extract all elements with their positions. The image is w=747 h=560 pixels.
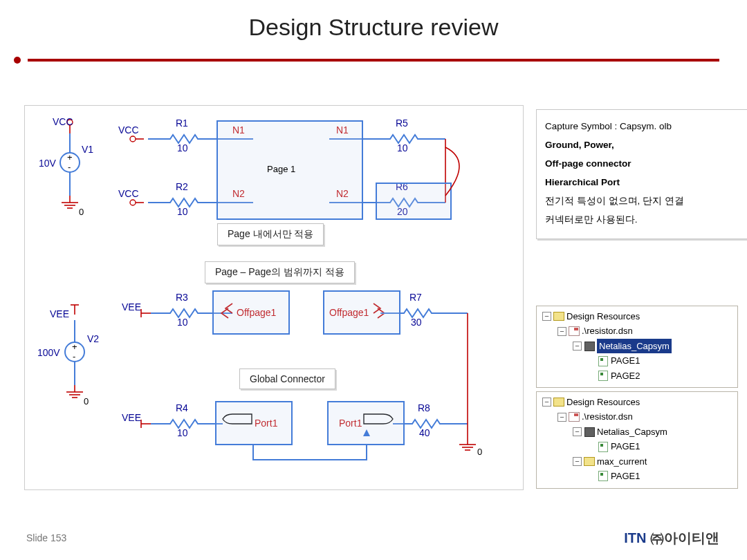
svg-text:Page 1: Page 1 <box>267 164 295 174</box>
expand-icon[interactable]: − <box>573 342 582 351</box>
folder-icon <box>584 457 595 466</box>
tree1-dsn[interactable]: .\resistor.dsn <box>582 324 633 338</box>
tree2-root[interactable]: Design Resources <box>566 395 640 409</box>
brand-korean: ㈜아이티앤 <box>650 530 719 545</box>
svg-text:0: 0 <box>84 396 89 407</box>
vee-source: VEE V2 100V 0 <box>37 305 99 407</box>
expand-icon[interactable]: − <box>573 457 582 466</box>
svg-text:40: 40 <box>419 427 430 438</box>
dsn-icon <box>569 326 580 336</box>
tree1-root[interactable]: Design Resources <box>566 309 640 324</box>
row-r3: VEE R3 10 Offpage1 Offpage1 R7 30 <box>122 292 461 328</box>
svg-text:0: 0 <box>79 207 84 217</box>
svg-text:VEE: VEE <box>122 301 141 312</box>
svg-rect-75 <box>328 402 404 445</box>
project-tree-1[interactable]: − Design Resources − .\resistor.dsn − Ne… <box>536 306 738 388</box>
svg-text:VEE: VEE <box>50 308 69 319</box>
callout-offpage: Page – Page의 범위까지 적용 <box>205 261 355 283</box>
info-line6: 커넥터로만 사용된다. <box>545 210 739 229</box>
folder-icon <box>553 398 564 407</box>
tree2-sch1[interactable]: Netalias_Capsym <box>597 424 667 439</box>
svg-text:30: 30 <box>411 317 422 328</box>
tree1-page2[interactable]: PAGE2 <box>611 368 640 383</box>
tree1-schematic[interactable]: Netalias_Capsym <box>597 339 672 353</box>
svg-text:0: 0 <box>477 447 482 457</box>
tree1-page1[interactable]: PAGE1 <box>611 353 640 368</box>
diagram-area: + - VCC <box>24 105 524 490</box>
svg-text:VCC: VCC <box>118 124 139 136</box>
svg-text:10: 10 <box>397 142 408 153</box>
info-line1a: Capture Symbol : <box>545 121 620 131</box>
svg-text:10: 10 <box>177 317 188 328</box>
info-line4: Hierarchical Port <box>545 177 620 187</box>
svg-text:V1: V1 <box>82 144 93 155</box>
svg-text:V2: V2 <box>87 333 99 344</box>
expand-icon[interactable]: − <box>573 427 582 436</box>
footer-brand: ITN ㈜아이티앤 <box>624 529 719 548</box>
svg-text:10: 10 <box>177 206 188 217</box>
slide-title: Design Structure review <box>0 14 747 41</box>
page-icon <box>598 471 608 481</box>
expand-icon[interactable]: − <box>557 413 566 422</box>
page-icon <box>598 356 608 366</box>
expand-icon[interactable]: − <box>557 327 566 336</box>
callout-inpage: Page 내에서만 적용 <box>217 223 324 245</box>
vcc-source: VCC V1 10V 0 <box>39 116 93 217</box>
svg-rect-74 <box>216 402 292 445</box>
info-line5: 전기적 특성이 없으며, 단지 연결 <box>545 192 739 210</box>
tree2-sch2[interactable]: max_current <box>597 454 647 469</box>
page-icon <box>598 371 608 381</box>
row-r4: VEE R4 10 Port1 Port1 R8 40 <box>122 402 468 438</box>
svg-text:R2: R2 <box>176 181 188 192</box>
svg-text:R8: R8 <box>418 402 430 413</box>
slide-number: Slide 153 <box>26 532 66 543</box>
info-box: Capture Symbol : Capsym. olb Ground, Pow… <box>536 109 747 239</box>
expand-icon[interactable]: − <box>542 312 551 321</box>
svg-text:10V: 10V <box>39 158 57 169</box>
info-line3: Off-page connector <box>545 158 631 169</box>
tree2-sch2-page[interactable]: PAGE1 <box>611 469 640 483</box>
svg-text:VCC: VCC <box>53 116 73 127</box>
svg-rect-71 <box>376 183 451 219</box>
page-icon <box>598 442 608 452</box>
svg-text:R4: R4 <box>176 402 188 413</box>
svg-text:10: 10 <box>177 427 188 438</box>
svg-text:R5: R5 <box>396 118 408 129</box>
svg-text:100V: 100V <box>37 347 60 358</box>
schematic-icon <box>584 342 595 351</box>
project-tree-2[interactable]: − Design Resources − .\resistor.dsn − Ne… <box>536 391 738 489</box>
expand-icon[interactable]: − <box>542 398 551 407</box>
dsn-icon <box>569 412 580 422</box>
info-line2: Ground, Power, <box>545 140 614 150</box>
svg-rect-73 <box>324 291 400 334</box>
circuit-svg: + - VCC <box>25 106 523 489</box>
callout-global: Global Connector <box>239 368 335 389</box>
svg-text:R7: R7 <box>409 292 422 303</box>
svg-text:R1: R1 <box>176 118 188 129</box>
schematic-icon <box>584 427 595 437</box>
brand-itn: ITN <box>624 530 646 545</box>
svg-text:10: 10 <box>177 142 188 153</box>
svg-text:VEE: VEE <box>122 412 141 423</box>
tree2-sch1-page[interactable]: PAGE1 <box>611 439 640 454</box>
svg-rect-72 <box>213 291 289 334</box>
title-divider <box>28 59 719 62</box>
svg-text:VCC: VCC <box>118 188 139 199</box>
svg-text:R3: R3 <box>176 292 188 303</box>
folder-icon <box>553 312 564 321</box>
info-line1b: Capsym. olb <box>620 121 672 131</box>
tree2-dsn[interactable]: .\resistor.dsn <box>582 409 633 424</box>
